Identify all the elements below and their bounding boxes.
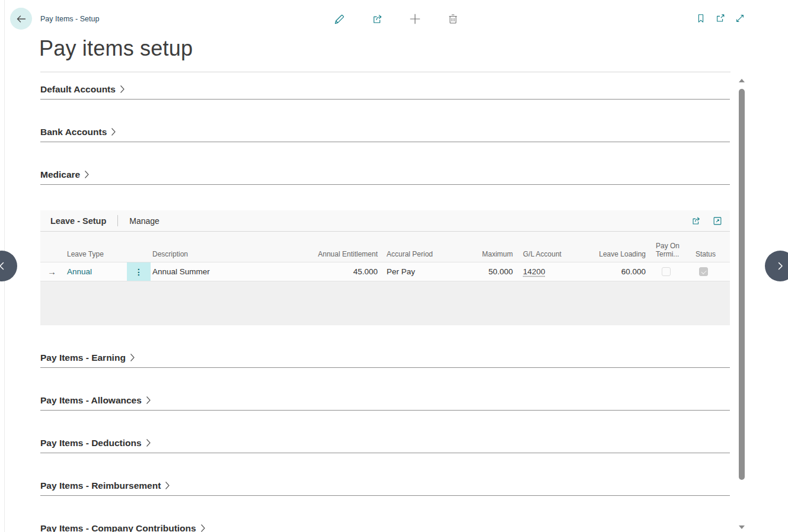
action-toolbar	[332, 12, 460, 26]
scroll-down-arrow[interactable]	[739, 525, 745, 529]
section-label: Pay Items - Company Contributions	[40, 523, 196, 532]
maximum-cell[interactable]: 50.000	[452, 267, 513, 276]
popout-icon	[715, 13, 726, 24]
active-row-icon: →	[47, 267, 67, 277]
vertical-scrollbar[interactable]	[737, 76, 746, 532]
chevron-right-icon	[120, 85, 125, 94]
leave-loading-cell[interactable]: 60.000	[590, 267, 646, 276]
col-accural-period[interactable]: Accural Period	[378, 250, 452, 258]
scroll-up-arrow[interactable]	[739, 79, 745, 82]
leave-setup-card-header: Leave - Setup Manage	[40, 210, 730, 232]
chevron-right-icon	[84, 170, 90, 179]
card-title[interactable]: Leave - Setup	[50, 216, 106, 226]
section-label: Pay Items - Reimbursement	[40, 480, 161, 491]
back-arrow-icon	[15, 13, 27, 25]
section-label: Medicare	[40, 169, 80, 180]
chevron-left-icon	[0, 261, 5, 271]
pay-on-termination-checkbox[interactable]	[662, 267, 671, 276]
row-menu-button[interactable]: ⋮	[127, 262, 151, 281]
share-icon	[691, 216, 701, 226]
section-label: Pay Items - Allowances	[40, 395, 142, 406]
card-open-in-new-button[interactable]	[712, 215, 723, 226]
back-button[interactable]	[10, 8, 32, 30]
section-label: Bank Accounts	[40, 126, 107, 137]
open-in-new-icon	[712, 216, 723, 226]
plus-icon	[409, 12, 422, 25]
section-default-accounts[interactable]: Default Accounts	[40, 84, 730, 100]
col-pay-on-termination[interactable]: Pay On Termi...	[646, 242, 686, 258]
popout-button[interactable]	[714, 12, 726, 24]
gl-account-cell[interactable]: 14200	[513, 267, 590, 276]
section-bank-accounts[interactable]: Bank Accounts	[40, 126, 730, 142]
chevron-right-icon	[165, 481, 170, 490]
col-gl-account[interactable]: G/L Account	[513, 250, 590, 258]
expand-button[interactable]	[734, 12, 746, 24]
col-description[interactable]: Description	[152, 250, 295, 258]
chevron-right-icon	[146, 438, 151, 447]
window-toolbar	[695, 12, 746, 24]
chevron-right-icon	[777, 261, 784, 271]
previous-record-button[interactable]	[0, 251, 17, 281]
accural-period-cell[interactable]: Per Pay	[378, 267, 452, 276]
section-pay-items-earning[interactable]: Pay Items - Earning	[40, 352, 730, 368]
breadcrumb[interactable]: Pay Items - Setup	[40, 15, 99, 23]
page-title: Pay items setup	[39, 36, 193, 61]
delete-button[interactable]	[446, 12, 460, 26]
bookmark-icon	[696, 13, 706, 24]
page-content: Default Accounts Bank Accounts Medicare …	[40, 72, 730, 532]
trash-icon	[447, 13, 459, 25]
col-status[interactable]: Status	[686, 250, 721, 258]
pencil-icon	[333, 13, 346, 25]
expand-icon	[735, 13, 745, 24]
edit-button[interactable]	[332, 12, 346, 26]
col-annual-entitlement[interactable]: Annual Entitlement	[295, 250, 378, 258]
table-empty-area	[40, 281, 730, 325]
section-medicare[interactable]: Medicare	[40, 169, 730, 185]
new-button[interactable]	[408, 12, 422, 26]
col-leave-type[interactable]: Leave Type	[67, 250, 126, 258]
chevron-right-icon	[200, 524, 206, 532]
gl-account-link[interactable]: 14200	[523, 267, 545, 276]
leave-table-row: → Annual ⋮ Annual Summer 45.000 Per Pay …	[40, 262, 730, 281]
chevron-right-icon	[111, 127, 116, 136]
manage-menu[interactable]: Manage	[129, 216, 159, 226]
col-leave-loading[interactable]: Leave Loading	[590, 250, 646, 258]
section-pay-items-company-contributions[interactable]: Pay Items - Company Contributions	[40, 523, 730, 532]
leave-type-cell[interactable]: Annual	[67, 267, 126, 276]
header-divider	[117, 215, 118, 226]
leave-table-header: Leave Type Description Annual Entitlemen…	[40, 232, 730, 262]
scrollbar-thumb[interactable]	[739, 89, 745, 480]
vertical-dots-icon: ⋮	[135, 267, 143, 277]
card-share-button[interactable]	[690, 215, 701, 226]
next-record-button[interactable]	[765, 251, 788, 281]
section-label: Pay Items - Deductions	[40, 437, 142, 448]
section-label: Pay Items - Earning	[40, 352, 126, 363]
annual-entitlement-cell[interactable]: 45.000	[295, 267, 378, 276]
section-pay-items-deductions[interactable]: Pay Items - Deductions	[40, 437, 730, 453]
col-maximum[interactable]: Maximum	[452, 250, 513, 258]
bookmark-button[interactable]	[695, 12, 707, 24]
description-cell[interactable]: Annual Summer	[152, 267, 295, 276]
section-pay-items-reimbursement[interactable]: Pay Items - Reimbursement	[40, 480, 730, 496]
share-icon	[371, 13, 384, 25]
leave-setup-card: Leave - Setup Manage	[40, 210, 730, 325]
chevron-right-icon	[130, 353, 135, 362]
section-label: Default Accounts	[40, 84, 116, 95]
status-checkbox[interactable]	[699, 267, 708, 276]
share-button[interactable]	[370, 12, 384, 26]
chevron-right-icon	[146, 396, 151, 405]
section-pay-items-allowances[interactable]: Pay Items - Allowances	[40, 395, 730, 411]
